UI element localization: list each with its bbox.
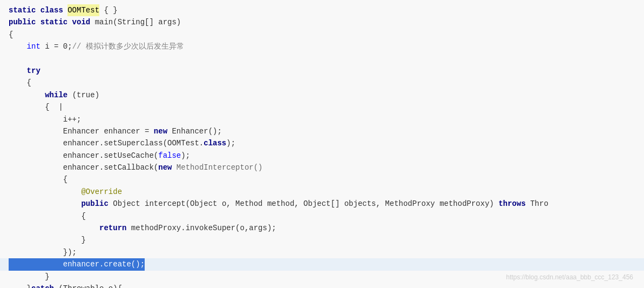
code-line-3: {: [0, 29, 644, 41]
plain-1: { }: [99, 4, 118, 16]
plain-4a: [9, 41, 27, 52]
keyword-return: return: [99, 222, 126, 234]
keyword-new-2: new: [158, 162, 172, 173]
class-oomtest: OOMTest: [67, 4, 99, 16]
keyword-while: while: [45, 89, 67, 101]
plain-24a: }: [9, 283, 31, 288]
plain-20: }: [9, 234, 86, 246]
plain-5: [9, 53, 13, 65]
plain-7: {: [9, 77, 31, 89]
code-line-9: { |: [0, 101, 644, 113]
plain-12a: enhancer.setSuperclass(OOMTest.: [9, 137, 204, 149]
plain-11a: Enhancer enhancer =: [9, 125, 154, 137]
code-line-8: while (true): [0, 89, 644, 101]
plain-10: i++;: [9, 113, 81, 125]
plain-19a: [9, 222, 99, 234]
plain-13a: enhancer.setUseCache(: [9, 150, 158, 162]
comment-1: // 模拟计数多少次以后发生异常: [72, 41, 184, 52]
plain-21: });: [9, 246, 77, 258]
plain-15: {: [9, 173, 67, 185]
plain-2: main(String[] args): [95, 16, 181, 28]
selected-enhancer-create: enhancer.create();: [9, 258, 145, 270]
code-line-5: [0, 53, 644, 65]
code-line-6: try: [0, 65, 644, 77]
plain-14a: enhancer.setCallback(: [9, 162, 158, 173]
plain-8b: (true): [67, 89, 99, 101]
plain-23: }: [9, 271, 50, 283]
plain-18: {: [9, 210, 86, 222]
code-line-17: public Object intercept(Object o, Method…: [0, 198, 644, 210]
plain-24b: (Throwable e){: [54, 283, 122, 288]
code-line-14: enhancer.setCallback(new MethodIntercept…: [0, 162, 644, 173]
plain-11b: Enhancer();: [167, 125, 222, 137]
code-line-1: static class OOMTest { }: [0, 4, 644, 16]
code-line-7: {: [0, 77, 644, 89]
code-line-11: Enhancer enhancer = new Enhancer();: [0, 125, 644, 137]
plain-13b: );: [181, 150, 190, 162]
keyword-try: try: [27, 65, 40, 77]
plain-6a: [9, 65, 27, 77]
keyword-public-2: public: [81, 198, 108, 210]
plain-9: { |: [9, 101, 63, 113]
method-interceptor: MethodInterceptor(): [172, 162, 262, 173]
code-line-20: }: [0, 234, 644, 246]
code-line-19: return methodProxy.invokeSuper(o,args);: [0, 222, 644, 234]
keyword-static: static class: [9, 4, 67, 16]
plain-12b: );: [226, 137, 235, 149]
code-line-12: enhancer.setSuperclass(OOMTest.class);: [0, 137, 644, 149]
plain-4b: i = 0;: [40, 41, 72, 52]
code-line-13: enhancer.setUseCache(false);: [0, 150, 644, 162]
plain-17b: Object intercept(Object o, Method method…: [109, 198, 499, 210]
code-line-4: int i = 0;// 模拟计数多少次以后发生异常: [0, 41, 644, 52]
keyword-int: int: [27, 41, 40, 52]
keyword-catch: catch: [31, 283, 54, 288]
code-line-22: enhancer.create();: [0, 258, 644, 270]
keyword-class: class: [204, 137, 226, 149]
plain-17a: [9, 198, 81, 210]
code-line-2: public static void main(String[] args): [0, 16, 644, 28]
plain-17c: Thro: [526, 198, 548, 210]
annotation-override: @Override: [9, 186, 122, 198]
watermark: https://blog.csdn.net/aaa_bbb_ccc_123_45…: [506, 272, 633, 283]
keyword-new-1: new: [154, 125, 167, 137]
keyword-false: false: [158, 150, 181, 162]
code-line-16: @Override: [0, 186, 644, 198]
plain-3: {: [9, 29, 13, 41]
code-line-21: });: [0, 246, 644, 258]
plain-19b: methodProxy.invokeSuper(o,args);: [126, 222, 276, 234]
code-line-24: }catch (Throwable e){: [0, 283, 644, 288]
code-line-18: {: [0, 210, 644, 222]
plain-8a: [9, 89, 45, 101]
code-line-10: i++;: [0, 113, 644, 125]
code-container: static class OOMTest { } public static v…: [0, 0, 644, 288]
keyword-public: public static void: [9, 16, 95, 28]
keyword-throws: throws: [498, 198, 525, 210]
code-line-15: {: [0, 173, 644, 185]
